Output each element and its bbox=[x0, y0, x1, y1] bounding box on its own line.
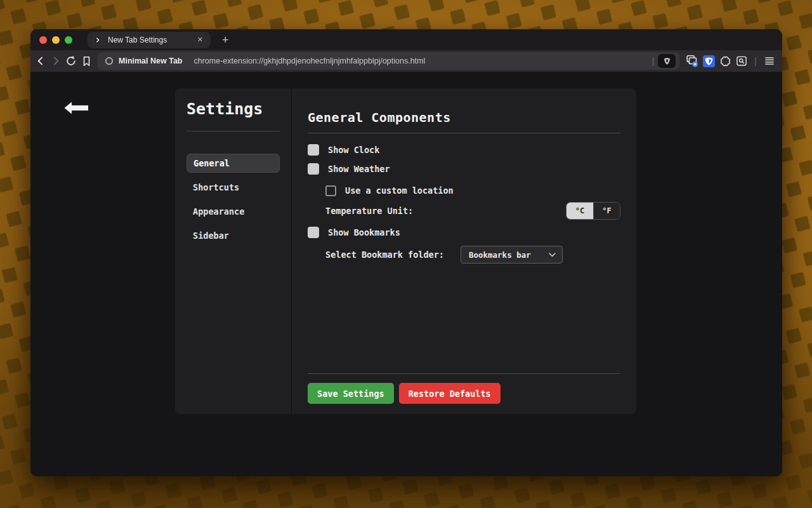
show-weather-checkbox[interactable] bbox=[308, 163, 319, 175]
bookmark-button[interactable] bbox=[79, 53, 94, 69]
nav-item-general[interactable]: General bbox=[187, 154, 280, 173]
nav-item-sidebar[interactable]: Sidebar bbox=[187, 226, 280, 245]
save-settings-button[interactable]: Save Settings bbox=[308, 383, 394, 404]
back-button[interactable] bbox=[33, 53, 48, 69]
tab-title: New Tab Settings bbox=[108, 36, 195, 44]
show-bookmarks-label: Show Bookmarks bbox=[328, 227, 400, 237]
chevron-down-icon bbox=[549, 253, 556, 257]
windows-star-icon bbox=[685, 54, 699, 68]
toolbar-extensions: | bbox=[684, 53, 777, 69]
toolbar-divider: | bbox=[754, 56, 757, 66]
tab-favicon-icon bbox=[93, 35, 103, 45]
restore-defaults-button[interactable]: Restore Defaults bbox=[399, 383, 501, 404]
bookmark-folder-select[interactable]: Bookmarks bar bbox=[461, 246, 563, 264]
site-label: Minimal New Tab bbox=[119, 57, 182, 65]
nav-item-appearance[interactable]: Appearance bbox=[187, 202, 280, 221]
url-bar[interactable]: Minimal New Tab chrome-extension://gkhjd… bbox=[98, 52, 679, 70]
extension-seal-icon bbox=[719, 55, 732, 68]
traffic-lights bbox=[30, 36, 81, 44]
browser-window: New Tab Settings ✕ + bbox=[30, 29, 782, 476]
custom-location-label: Use a custom location bbox=[345, 185, 454, 196]
temperature-unit-toggle: °C °F bbox=[566, 202, 620, 220]
brave-shields-button[interactable] bbox=[658, 54, 676, 68]
celsius-option[interactable]: °C bbox=[566, 203, 593, 219]
forward-button[interactable] bbox=[48, 53, 63, 69]
action-buttons: Save Settings Restore Defaults bbox=[308, 383, 620, 404]
browser-tab[interactable]: New Tab Settings ✕ bbox=[88, 32, 211, 48]
new-tab-button[interactable]: + bbox=[218, 34, 233, 46]
temperature-unit-row: Temperature Unit: °C °F bbox=[308, 203, 620, 219]
show-weather-label: Show Weather bbox=[328, 164, 390, 174]
general-panel: General Components Show Clock Show Weath… bbox=[292, 88, 636, 414]
sidebar-divider bbox=[187, 131, 280, 131]
options-page: Settings General Shortcuts Appearance Si… bbox=[30, 72, 782, 476]
bookmark-icon bbox=[81, 55, 93, 67]
fahrenheit-option[interactable]: °F bbox=[593, 203, 620, 219]
custom-location-checkbox[interactable] bbox=[325, 185, 336, 196]
show-clock-checkbox[interactable] bbox=[308, 144, 319, 156]
search-tabs-button[interactable] bbox=[734, 53, 749, 69]
menu-button[interactable] bbox=[762, 53, 777, 69]
hamburger-menu-icon bbox=[763, 55, 776, 67]
extension-seal-icon bbox=[104, 56, 114, 66]
settings-card: Settings General Shortcuts Appearance Si… bbox=[175, 88, 636, 414]
tab-close-icon[interactable]: ✕ bbox=[195, 34, 206, 45]
tab-bar: New Tab Settings ✕ + bbox=[30, 29, 782, 50]
brave-shield-icon bbox=[662, 57, 672, 66]
forward-icon bbox=[49, 55, 62, 67]
custom-location-row: Use a custom location bbox=[308, 184, 620, 197]
bitwarden-icon bbox=[703, 55, 715, 67]
close-window-button[interactable] bbox=[39, 36, 47, 44]
minimize-window-button[interactable] bbox=[52, 36, 60, 44]
back-icon bbox=[34, 55, 47, 67]
settings-sidebar: Settings General Shortcuts Appearance Si… bbox=[175, 88, 292, 414]
page-back-arrow-icon[interactable] bbox=[62, 97, 90, 119]
show-bookmarks-checkbox[interactable] bbox=[308, 227, 319, 238]
bookmark-folder-label: Select Bookmark folder: bbox=[325, 250, 444, 260]
zoom-window-button[interactable] bbox=[65, 36, 72, 44]
bookmark-folder-row: Select Bookmark folder: Bookmarks bar bbox=[308, 246, 620, 264]
show-clock-label: Show Clock bbox=[328, 145, 379, 155]
bookmark-folder-value: Bookmarks bar bbox=[469, 250, 549, 260]
nav-item-shortcuts[interactable]: Shortcuts bbox=[187, 178, 280, 197]
reload-button[interactable] bbox=[63, 53, 79, 69]
panel-heading: General Components bbox=[308, 110, 620, 125]
bitwarden-button[interactable] bbox=[701, 53, 716, 69]
minimal-newtab-extension-button[interactable] bbox=[717, 53, 733, 69]
heading-divider bbox=[308, 133, 620, 133]
footer-divider bbox=[308, 373, 620, 374]
show-clock-row: Show Clock bbox=[308, 143, 620, 157]
show-bookmarks-row: Show Bookmarks bbox=[308, 225, 620, 239]
settings-title: Settings bbox=[187, 100, 280, 118]
temperature-unit-label: Temperature Unit: bbox=[325, 206, 413, 216]
reload-icon bbox=[65, 55, 77, 67]
settings-nav: General Shortcuts Appearance Sidebar bbox=[187, 154, 280, 245]
page-search-icon bbox=[735, 55, 748, 67]
show-weather-row: Show Weather bbox=[308, 162, 620, 176]
url-text: chrome-extension://gkhjdhpdjenohecfnljnj… bbox=[193, 57, 648, 65]
urlbar-divider: | bbox=[652, 56, 655, 66]
tab-collection-button[interactable] bbox=[684, 53, 700, 69]
browser-toolbar: Minimal New Tab chrome-extension://gkhjd… bbox=[30, 50, 782, 72]
